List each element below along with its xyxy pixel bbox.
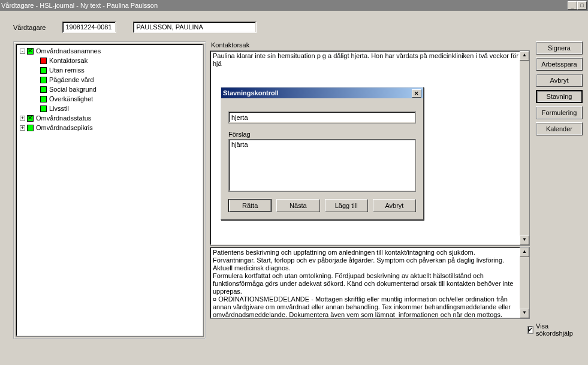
status-box-icon — [40, 58, 47, 64]
suggestion-item[interactable]: hjärta — [231, 141, 413, 148]
tree-label: Livsstil — [49, 105, 69, 112]
expand-icon[interactable]: + — [20, 116, 25, 121]
status-box-icon — [27, 125, 34, 131]
minimize-icon[interactable]: _ — [568, 1, 577, 10]
status-box-icon — [27, 48, 34, 55]
scrollbar[interactable]: ▲ ▼ — [520, 248, 529, 318]
window-titlebar: Vårdtagare - HSL-journal - Ny text - Pau… — [0, 0, 588, 11]
formulering-button[interactable]: Formulering — [536, 106, 583, 119]
tree-node[interactable]: +Omvårdnadsstatus — [20, 113, 202, 123]
tree-node[interactable]: Livsstil — [40, 104, 202, 113]
maximize-icon[interactable]: □ — [577, 1, 587, 10]
stavning-button[interactable]: Stavning — [536, 90, 583, 103]
tree-node[interactable]: Social bakgrund — [40, 85, 202, 94]
signera-button[interactable]: Signera — [536, 41, 583, 55]
patient-id-field[interactable]: 19081224-0081 — [62, 22, 116, 33]
close-icon[interactable]: ✕ — [412, 89, 421, 98]
patient-name-field[interactable]: PAULSSON, PAULINA — [133, 22, 257, 33]
suggestion-list[interactable]: hjärta — [228, 139, 416, 192]
cancel-button[interactable]: Avbryt — [373, 199, 416, 212]
dialog-title: Stavningskontroll — [223, 89, 279, 96]
tree-node[interactable]: Överkänslighet — [40, 94, 202, 104]
next-button[interactable]: Nästa — [276, 199, 319, 212]
misspelled-word-input[interactable] — [228, 111, 416, 123]
help-text: Patientens beskrivning och uppfattning o… — [213, 249, 515, 318]
tree-node[interactable]: Pågående vård — [40, 75, 202, 85]
tree-label: Utan remiss — [49, 67, 85, 74]
help-textarea: Patientens beskrivning och uppfattning o… — [210, 247, 530, 319]
main-text: Paulina klarar inte sin hemsituation p g… — [213, 52, 518, 67]
show-help-checkbox[interactable]: ✔ — [527, 326, 533, 334]
scroll-up-icon[interactable]: ▲ — [520, 248, 529, 257]
kalender-button[interactable]: Kalender — [536, 122, 583, 135]
scrollbar[interactable]: ▲ ▼ — [520, 51, 529, 245]
tree-label: Pågående vård — [49, 76, 94, 83]
scroll-down-icon[interactable]: ▼ — [520, 236, 529, 245]
tree-node[interactable]: +Omvårdnadsepikris — [20, 123, 202, 132]
status-box-icon — [40, 77, 47, 83]
nav-tree[interactable]: -OmvårdnadsanamnesKontaktorsakUtan remis… — [16, 44, 204, 337]
scroll-up-icon[interactable]: ▲ — [520, 51, 529, 61]
tree-label: Omvårdnadsepikris — [36, 124, 93, 131]
status-box-icon — [40, 96, 47, 102]
status-box-icon — [27, 115, 34, 122]
avbryt-button[interactable]: Avbryt — [536, 74, 583, 87]
tree-panel: -OmvårdnadsanamnesKontaktorsakUtan remis… — [13, 41, 206, 339]
collapse-icon[interactable]: - — [20, 49, 25, 54]
arbetsspara-button[interactable]: Arbetsspara — [536, 58, 583, 71]
tree-node[interactable]: Utan remiss — [40, 65, 202, 75]
tree-label: Social bakgrund — [49, 86, 97, 93]
window-title: Vårdtagare - HSL-journal - Ny text - Pau… — [1, 0, 158, 11]
tree-node[interactable]: Kontaktorsak — [40, 56, 202, 65]
tree-node[interactable]: -Omvårdnadsanamnes — [20, 46, 202, 56]
tree-label: Omvårdnadsstatus — [36, 114, 91, 122]
tree-label: Kontaktorsak — [49, 57, 88, 64]
suggestion-label: Förslag — [228, 131, 416, 138]
patient-label: Vårdtagare — [13, 24, 46, 31]
action-sidebar: Signera Arbetsspara Avbryt Stavning Form… — [536, 41, 583, 339]
tree-label: Överkänslighet — [49, 95, 93, 102]
status-box-icon — [40, 105, 47, 112]
status-box-icon — [40, 67, 47, 74]
add-button[interactable]: Lägg till — [325, 199, 368, 212]
patient-row: Vårdtagare 19081224-0081 PAULSSON, PAULI… — [0, 11, 588, 37]
section-title: Kontaktorsak — [210, 41, 530, 49]
tree-label: Omvårdnadsanamnes — [36, 47, 101, 55]
spellcheck-dialog: Stavningskontroll ✕ Förslag hjärta Rätta… — [221, 87, 424, 220]
scroll-down-icon[interactable]: ▼ — [520, 309, 529, 318]
expand-icon[interactable]: + — [20, 125, 25, 131]
status-box-icon — [40, 86, 47, 93]
correct-button[interactable]: Rätta — [228, 199, 272, 212]
